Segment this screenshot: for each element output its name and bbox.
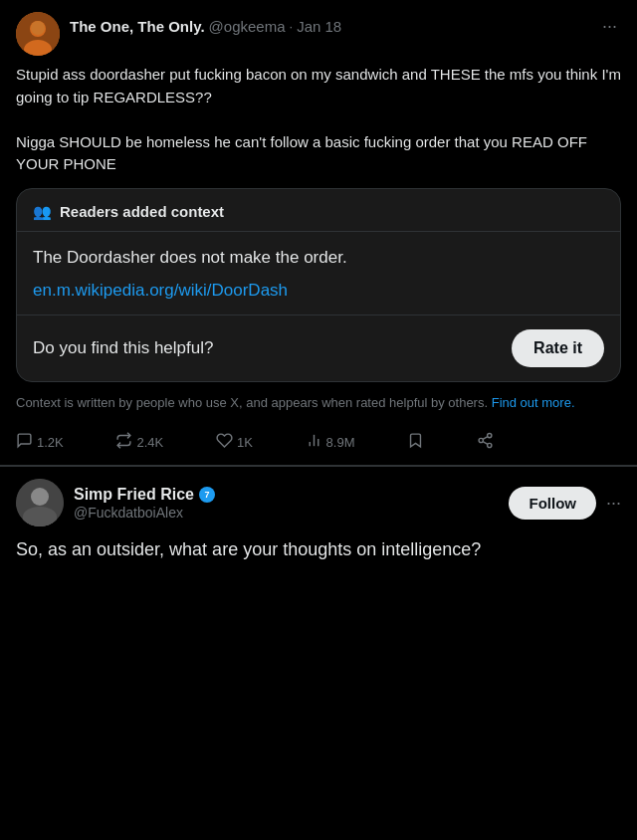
share-icon <box>477 432 494 453</box>
tweet-1-date: Jan 18 <box>297 18 341 35</box>
tweet-1-author-row: The One, The Only. @ogkeema · Jan 18 ··· <box>70 12 621 41</box>
comment-action[interactable]: 1.2K <box>16 432 64 453</box>
retweet-count: 2.4K <box>136 435 163 450</box>
svg-line-10 <box>483 442 488 445</box>
tweet-1-more-button[interactable]: ··· <box>598 12 621 41</box>
tweet-1-header: The One, The Only. @ogkeema · Jan 18 ··· <box>16 12 621 56</box>
tweet-2-header: Simp Fried Rice 7 @FuckdatboiAlex Follow… <box>16 479 621 526</box>
context-body-text: The Doordasher does not make the order. <box>33 246 604 270</box>
svg-point-14 <box>24 510 56 526</box>
tweet-1: The One, The Only. @ogkeema · Jan 18 ···… <box>0 0 637 466</box>
views-count: 8.9M <box>326 435 355 450</box>
like-action[interactable]: 1K <box>216 432 253 453</box>
tweet-2-more-button[interactable]: ··· <box>606 493 621 514</box>
views-icon <box>306 432 322 453</box>
avatar-1[interactable] <box>16 12 60 56</box>
tweet-2-author-row: Simp Fried Rice 7 @FuckdatboiAlex Follow… <box>74 486 621 521</box>
context-link[interactable]: en.m.wikipedia.org/wiki/DoorDash <box>33 281 288 300</box>
tweet-1-text: Stupid ass doordasher put fucking bacon … <box>16 64 621 176</box>
bookmark-action[interactable] <box>407 432 424 453</box>
tweet-2-actions-right: Follow ··· <box>509 487 621 520</box>
follow-button[interactable]: Follow <box>509 487 596 520</box>
comment-count: 1.2K <box>37 435 64 450</box>
context-card-header: Readers added context <box>17 189 620 232</box>
svg-line-11 <box>483 437 488 440</box>
tweet-1-author-info: The One, The Only. @ogkeema · Jan 18 <box>70 18 341 35</box>
svg-point-8 <box>479 439 483 443</box>
disclaimer-link[interactable]: Find out more. <box>492 395 575 410</box>
retweet-icon <box>115 432 132 453</box>
avatar-2[interactable] <box>16 479 64 526</box>
tweet-1-meta: The One, The Only. @ogkeema · Jan 18 ··· <box>70 12 621 41</box>
readers-icon <box>33 203 52 221</box>
context-card: Readers added context The Doordasher doe… <box>16 188 621 383</box>
svg-point-3 <box>31 21 45 35</box>
context-card-footer: Do you find this helpful? Rate it <box>17 315 620 381</box>
bookmark-icon <box>407 432 424 453</box>
tweet-1-actions: 1.2K 2.4K 1K <box>16 424 494 465</box>
tweet-2-name-area: Simp Fried Rice 7 @FuckdatboiAlex <box>74 486 215 521</box>
tweet-2-author-name[interactable]: Simp Fried Rice <box>74 486 194 504</box>
context-disclaimer: Context is written by people who use X, … <box>16 394 621 412</box>
disclaimer-text: Context is written by people who use X, … <box>16 395 488 410</box>
svg-point-13 <box>31 488 49 506</box>
tweet-2-text: So, as an outsider, what are your though… <box>16 536 621 562</box>
like-count: 1K <box>237 435 253 450</box>
tweet-2-author-info: Simp Fried Rice 7 <box>74 486 215 504</box>
svg-point-9 <box>488 444 492 448</box>
context-card-title: Readers added context <box>60 203 224 220</box>
share-action[interactable] <box>477 432 494 453</box>
tweet-2: Simp Fried Rice 7 @FuckdatboiAlex Follow… <box>0 467 637 562</box>
rate-it-button[interactable]: Rate it <box>512 329 604 367</box>
tweet-2-meta: Simp Fried Rice 7 @FuckdatboiAlex Follow… <box>74 486 621 521</box>
tweet-1-handle: @ogkeema <box>209 18 286 35</box>
comment-icon <box>16 432 33 453</box>
dot-separator-1: · <box>290 19 294 34</box>
tweet-1-author-name[interactable]: The One, The Only. <box>70 18 205 35</box>
verified-badge: 7 <box>199 487 215 503</box>
context-card-body: The Doordasher does not make the order. … <box>17 232 620 316</box>
svg-point-7 <box>488 434 492 438</box>
retweet-action[interactable]: 2.4K <box>115 432 163 453</box>
tweet-2-handle: @FuckdatboiAlex <box>74 505 215 521</box>
avatar-image-1 <box>16 12 60 56</box>
heart-icon <box>216 432 233 453</box>
helpful-question: Do you find this helpful? <box>33 338 213 358</box>
views-action[interactable]: 8.9M <box>306 432 355 453</box>
